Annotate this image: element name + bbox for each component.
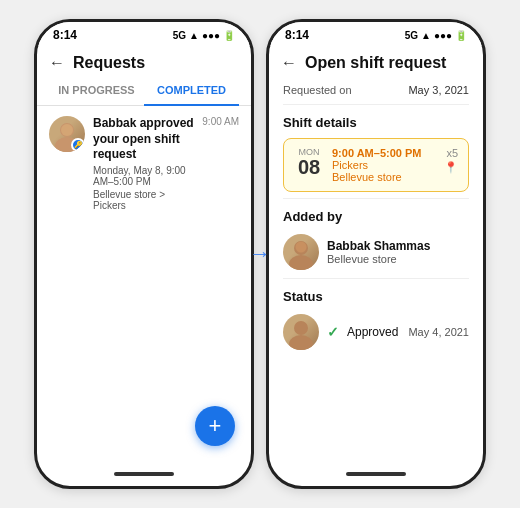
added-by-text: Babbak Shammas Bellevue store [327, 239, 430, 265]
svg-point-2 [61, 124, 73, 136]
status-check-icon: ✓ [327, 324, 339, 340]
notif-subtitle: Monday, May 8, 9:00 AM–5:00 PM [93, 165, 194, 187]
page-title-1: Requests [73, 54, 145, 72]
phone-detail: 8:14 5G ▲ ●●● 🔋 ← Open shift request Req… [266, 19, 486, 489]
home-indicator-1 [37, 462, 251, 486]
nav-bar-1: ← Requests [37, 46, 251, 76]
tabs-container: IN PROGRESS COMPLETED [37, 76, 251, 106]
navigation-arrow: → [249, 241, 271, 267]
tab-in-progress[interactable]: IN PROGRESS [49, 76, 144, 106]
status-bar-1: 8:14 5G ▲ ●●● 🔋 [37, 22, 251, 46]
battery-icon-2: 🔋 [455, 30, 467, 41]
wifi-icon: ▲ [189, 30, 199, 41]
avatar-face-2 [283, 234, 319, 270]
notif-title: Babbak approved your open shift request [93, 116, 194, 163]
avatar-face-3 [283, 314, 319, 350]
svg-point-6 [294, 321, 308, 335]
added-by-store: Bellevue store [327, 253, 430, 265]
status-bar-2: 8:14 5G ▲ ●●● 🔋 [269, 22, 483, 46]
status-text: Approved [347, 325, 400, 339]
time-2: 8:14 [285, 28, 309, 42]
requested-on-row: Requested on May 3, 2021 [283, 82, 469, 98]
shift-info: 9:00 AM–5:00 PM Pickers Bellevue store [332, 147, 436, 183]
added-by-name: Babbak Shammas [327, 239, 430, 253]
phone-requests: 8:14 5G ▲ ●●● 🔋 ← Requests IN PROGRESS C… [34, 19, 254, 489]
notif-location: Bellevue store > Pickers [93, 189, 194, 211]
avatar-badge: 🔑 [71, 138, 85, 152]
shift-details-header: Shift details [269, 107, 483, 134]
time-1: 8:14 [53, 28, 77, 42]
status-date: May 4, 2021 [408, 326, 469, 338]
requested-on-label: Requested on [283, 84, 352, 96]
back-button-2[interactable]: ← [281, 54, 297, 72]
shift-store: Bellevue store [332, 171, 436, 183]
shift-card: MON 08 9:00 AM–5:00 PM Pickers Bellevue … [283, 138, 469, 192]
screen-2: ← Open shift request Requested on May 3,… [269, 46, 483, 462]
shift-time: 9:00 AM–5:00 PM [332, 147, 436, 159]
shift-day: 08 [298, 157, 320, 177]
svg-point-5 [296, 242, 307, 253]
avatar: 🔑 [49, 116, 85, 152]
shift-count: x5 [446, 147, 458, 159]
divider-1 [283, 104, 469, 105]
battery-icon: 🔋 [223, 30, 235, 41]
nav-bar-2: ← Open shift request [269, 46, 483, 76]
home-indicator-2 [269, 462, 483, 486]
added-by-row: Babbak Shammas Bellevue store [269, 228, 483, 276]
back-button-1[interactable]: ← [49, 54, 65, 72]
notif-content: Babbak approved your open shift request … [93, 116, 194, 211]
avatar-2 [283, 234, 319, 270]
status-icons-2: 5G ▲ ●●● 🔋 [405, 30, 467, 41]
fab-button[interactable]: + [195, 406, 235, 446]
home-bar-1 [114, 472, 174, 476]
shift-role: Pickers [332, 159, 436, 171]
home-bar-2 [346, 472, 406, 476]
avatar-3 [283, 314, 319, 350]
signal-icon: ●●● [202, 30, 220, 41]
network-icon-2: 5G [405, 30, 418, 41]
two-phone-layout: 8:14 5G ▲ ●●● 🔋 ← Requests IN PROGRESS C… [34, 19, 486, 489]
location-icon: 📍 [444, 161, 458, 174]
network-icon-1: 5G [173, 30, 186, 41]
divider-3 [283, 278, 469, 279]
status-row: ✓ Approved May 4, 2021 [269, 308, 483, 356]
shift-meta: x5 📍 [444, 147, 458, 174]
page-title-2: Open shift request [305, 54, 446, 72]
divider-2 [283, 198, 469, 199]
notification-item[interactable]: 🔑 Babbak approved your open shift reques… [37, 106, 251, 221]
signal-icon-2: ●●● [434, 30, 452, 41]
requested-on-value: May 3, 2021 [408, 84, 469, 96]
status-header: Status [269, 281, 483, 308]
svg-point-4 [289, 255, 313, 270]
shift-date-block: MON 08 [294, 147, 324, 177]
notif-time: 9:00 AM [202, 116, 239, 127]
status-icons-1: 5G ▲ ●●● 🔋 [173, 30, 235, 41]
requested-on-section: Requested on May 3, 2021 [269, 76, 483, 102]
screen-1: ← Requests IN PROGRESS COMPLETED � [37, 46, 251, 462]
svg-point-7 [289, 335, 313, 350]
wifi-icon-2: ▲ [421, 30, 431, 41]
tab-completed[interactable]: COMPLETED [144, 76, 239, 106]
added-by-header: Added by [269, 201, 483, 228]
